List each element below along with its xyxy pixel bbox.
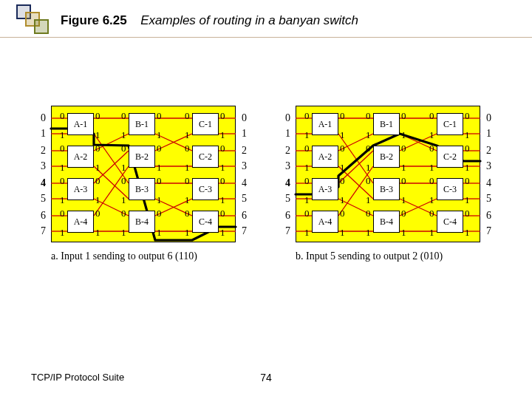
module: B-1 [373, 113, 400, 135]
output-label: 7 [242, 225, 247, 237]
pin-label: 1 [304, 194, 310, 206]
pin-label: 1 [366, 162, 371, 174]
pin-label: 1 [304, 129, 310, 141]
pin-label: 0 [220, 208, 225, 219]
pin-label: 1 [121, 227, 126, 239]
figure-number: Figure 6.25 [61, 13, 127, 27]
input-label: 7 [41, 225, 46, 237]
pin-label: 0 [465, 175, 470, 187]
pin-label: 0 [60, 110, 65, 122]
pin-label: 0 [401, 143, 406, 154]
pin-label: 1 [185, 129, 190, 141]
pin-label: 0 [429, 175, 434, 187]
pin-label: 1 [60, 162, 65, 174]
pin-label: 0 [304, 143, 310, 154]
input-label: 2 [41, 145, 46, 157]
pin-label: 0 [185, 175, 190, 187]
pin-label: 0 [220, 110, 225, 122]
module: A-2 [67, 146, 94, 168]
module: C-1 [192, 113, 219, 135]
module: A-3 [312, 178, 338, 200]
pin-label: 1 [340, 162, 345, 174]
pin-label: 1 [429, 194, 434, 206]
module: C-3 [437, 178, 463, 200]
pin-label: 0 [465, 143, 470, 154]
module: B-1 [129, 113, 155, 135]
output-label: 3 [242, 160, 247, 172]
pin-label: 0 [95, 208, 100, 219]
pin-label: 0 [157, 208, 162, 219]
pin-label: 0 [95, 175, 100, 187]
pin-label: 1 [95, 227, 100, 239]
input-label: 0 [41, 112, 46, 124]
pin-label: 0 [157, 110, 162, 122]
output-label: 2 [486, 145, 491, 157]
slide-header: Figure 6.25 Examples of routing in a ban… [0, 0, 532, 38]
pin-label: 1 [401, 227, 406, 239]
module: A-4 [67, 211, 94, 233]
banyan-switch-1: A-10101A-20101A-30101A-40101B-10101B-201… [279, 106, 497, 268]
slide-decoration [16, 4, 50, 34]
module: A-2 [312, 146, 338, 168]
pin-label: 0 [401, 208, 406, 219]
pin-label: 0 [185, 208, 190, 219]
pin-label: 0 [60, 175, 65, 187]
module: C-2 [192, 146, 219, 168]
pin-label: 0 [220, 143, 225, 154]
pin-label: 0 [366, 110, 371, 122]
switch-diagrams: A-10101A-20101A-30101A-40101B-10101B-201… [0, 106, 532, 268]
pin-label: 1 [465, 129, 470, 141]
module: B-2 [129, 146, 155, 168]
pin-label: 0 [95, 143, 100, 154]
pin-label: 1 [366, 129, 371, 141]
module: B-2 [373, 146, 400, 168]
output-label: 4 [242, 177, 247, 189]
pin-label: 1 [340, 194, 345, 206]
pin-label: 1 [185, 194, 190, 206]
module: C-4 [192, 211, 219, 233]
output-label: 1 [242, 128, 247, 140]
module: C-3 [192, 178, 219, 200]
pin-label: 1 [220, 227, 225, 239]
pin-label: 1 [465, 227, 470, 239]
pin-label: 1 [185, 227, 190, 239]
pin-label: 1 [185, 162, 190, 174]
pin-label: 0 [60, 143, 65, 154]
pin-label: 1 [366, 227, 371, 239]
pin-label: 0 [95, 110, 100, 122]
pin-label: 0 [401, 110, 406, 122]
pin-label: 1 [95, 129, 100, 141]
pin-label: 1 [157, 227, 162, 239]
input-label: 4 [41, 177, 46, 189]
pin-label: 1 [429, 162, 434, 174]
pin-label: 1 [95, 162, 100, 174]
module: A-1 [312, 113, 338, 135]
pin-label: 0 [157, 175, 162, 187]
input-label: 6 [41, 210, 46, 222]
pin-label: 1 [220, 194, 225, 206]
pin-label: 0 [366, 143, 371, 154]
pin-label: 0 [157, 143, 162, 154]
pin-label: 1 [401, 194, 406, 206]
output-label: 7 [486, 225, 491, 237]
input-label: 3 [285, 160, 290, 172]
output-label: 3 [486, 160, 491, 172]
output-label: 2 [242, 145, 247, 157]
module: C-4 [437, 211, 463, 233]
pin-label: 1 [121, 129, 126, 141]
pin-label: 0 [465, 208, 470, 219]
module: A-4 [312, 211, 338, 233]
pin-label: 0 [340, 208, 345, 219]
pin-label: 1 [401, 129, 406, 141]
pin-label: 0 [429, 110, 434, 122]
pin-label: 0 [304, 208, 310, 219]
pin-label: 0 [121, 208, 126, 219]
input-label: 5 [41, 193, 46, 205]
pin-label: 0 [429, 208, 434, 219]
pin-label: 1 [157, 162, 162, 174]
pin-label: 0 [429, 143, 434, 154]
input-label: 5 [285, 193, 290, 205]
output-label: 1 [486, 128, 491, 140]
switch-caption: b. Input 5 sending to output 2 (010) [296, 250, 443, 262]
input-label: 2 [285, 145, 290, 157]
